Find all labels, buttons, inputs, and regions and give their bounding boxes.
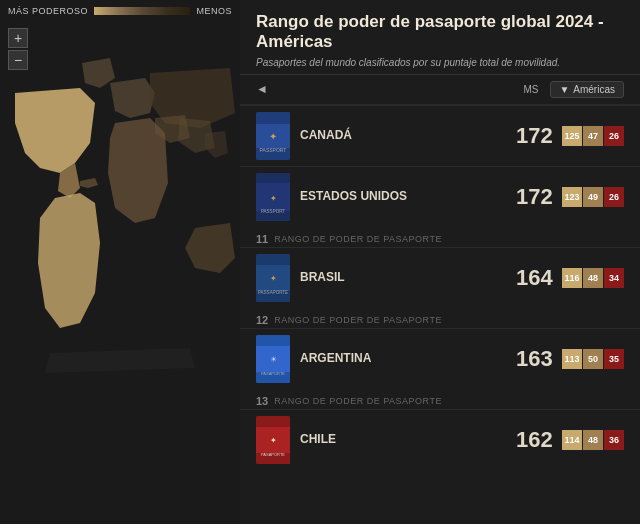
rank-section-12-header: 12 RANGO DE PODER DE PASAPORTE xyxy=(240,308,640,328)
country-name-argentina: ARGENTINA xyxy=(300,351,500,365)
ms-label: MS xyxy=(523,84,538,95)
zoom-controls[interactable]: + − xyxy=(8,28,28,70)
bar-brasil: 116 48 34 xyxy=(562,268,624,288)
bar-mid-brasil: 48 xyxy=(583,268,603,288)
bar-main-brasil: 116 xyxy=(562,268,582,288)
legend-more-label: MÁS PODEROSO xyxy=(8,6,88,16)
passport-details-canada: CANADÁ xyxy=(300,128,500,144)
total-score-chile: 162 xyxy=(516,427,556,453)
svg-text:✦: ✦ xyxy=(269,131,277,142)
rank-section-1: ✦ PASSPORT CANADÁ 172 125 47 26 xyxy=(240,105,640,227)
bar-mid-usa: 49 xyxy=(583,187,603,207)
zoom-in-button[interactable]: + xyxy=(8,28,28,48)
bar-end-canada: 26 xyxy=(604,126,624,146)
passport-details-chile: CHILE xyxy=(300,432,500,448)
svg-text:PASSPORT: PASSPORT xyxy=(260,147,287,153)
country-name-brasil: BRASIL xyxy=(300,270,500,284)
passport-image-argentina: ☀ PASAPORTE xyxy=(256,335,290,383)
bar-mid-argentina: 50 xyxy=(583,349,603,369)
rank-number-12: 12 xyxy=(256,314,268,326)
legend-gradient xyxy=(94,7,190,15)
svg-text:PASSPORT: PASSPORT xyxy=(261,209,285,214)
total-score-argentina: 163 xyxy=(516,346,556,372)
bar-main-usa: 123 xyxy=(562,187,582,207)
bar-chile: 114 48 36 xyxy=(562,430,624,450)
passport-row-brasil: ✦ PASSAPORTE BRASIL 164 116 48 34 xyxy=(240,247,640,308)
passport-image-chile: ✦ PASAPORTE xyxy=(256,416,290,464)
bar-main-argentina: 113 xyxy=(562,349,582,369)
page-subtitle: Pasaportes del mundo clasificados por su… xyxy=(256,57,624,68)
legend-bar: MÁS PODEROSO MENOS xyxy=(0,0,240,22)
bar-end-usa: 26 xyxy=(604,187,624,207)
rank-label-13: RANGO DE PODER DE PASAPORTE xyxy=(274,396,442,406)
svg-text:✦: ✦ xyxy=(270,274,277,283)
passport-row-argentina: ☀ PASAPORTE ARGENTINA 163 113 50 35 xyxy=(240,328,640,389)
bar-mid-canada: 47 xyxy=(583,126,603,146)
page-title: Rango de poder de pasaporte global 2024 … xyxy=(256,12,624,53)
bar-argentina: 113 50 35 xyxy=(562,349,624,369)
header: Rango de poder de pasaporte global 2024 … xyxy=(240,0,640,75)
bar-main-chile: 114 xyxy=(562,430,582,450)
bar-usa: 123 49 26 xyxy=(562,187,624,207)
rank-number-11: 11 xyxy=(256,233,268,245)
country-name-usa: ESTADOS UNIDOS xyxy=(300,189,500,203)
rank-section-13-header: 13 RANGO DE PODER DE PASAPORTE xyxy=(240,389,640,409)
score-row-canada: 172 125 47 26 xyxy=(516,123,624,149)
filter-button[interactable]: ▼ Américas xyxy=(550,81,624,98)
passport-image-canada: ✦ PASSPORT xyxy=(256,112,290,160)
total-score-brasil: 164 xyxy=(516,265,556,291)
map-panel: MÁS PODEROSO MENOS + − xyxy=(0,0,240,524)
passport-image-brasil: ✦ PASSAPORTE xyxy=(256,254,290,302)
passport-details-usa: ESTADOS UNIDOS xyxy=(300,189,500,205)
bar-main-canada: 125 xyxy=(562,126,582,146)
bar-canada: 125 47 26 xyxy=(562,126,624,146)
toolbar: ◄ MS ▼ Américas xyxy=(240,75,640,105)
svg-text:PASAPORTE: PASAPORTE xyxy=(261,371,285,376)
bar-mid-chile: 48 xyxy=(583,430,603,450)
score-row-usa: 172 123 49 26 xyxy=(516,184,624,210)
total-score-usa: 172 xyxy=(516,184,556,210)
filter-label: Américas xyxy=(573,84,615,95)
rank-section-11-header: 11 RANGO DE PODER DE PASAPORTE xyxy=(240,227,640,247)
svg-text:PASAPORTE: PASAPORTE xyxy=(261,452,285,457)
svg-text:☀: ☀ xyxy=(270,355,277,364)
svg-text:PASSAPORTE: PASSAPORTE xyxy=(258,290,288,295)
bar-end-argentina: 35 xyxy=(604,349,624,369)
filter-icon: ▼ xyxy=(559,84,569,95)
score-row-argentina: 163 113 50 35 xyxy=(516,346,624,372)
total-score-canada: 172 xyxy=(516,123,556,149)
svg-text:✦: ✦ xyxy=(270,194,277,203)
world-map xyxy=(0,22,240,524)
passport-details-argentina: ARGENTINA xyxy=(300,351,500,367)
score-row-chile: 162 114 48 36 xyxy=(516,427,624,453)
passport-details-brasil: BRASIL xyxy=(300,270,500,286)
passport-row-canada: ✦ PASSPORT CANADÁ 172 125 47 26 xyxy=(240,105,640,166)
rank-label-11: RANGO DE PODER DE PASAPORTE xyxy=(274,234,442,244)
score-row-brasil: 164 116 48 34 xyxy=(516,265,624,291)
country-name-canada: CANADÁ xyxy=(300,128,500,142)
passport-image-usa: ✦ PASSPORT xyxy=(256,173,290,221)
legend-less-label: MENOS xyxy=(196,6,232,16)
right-panel: Rango de poder de pasaporte global 2024 … xyxy=(240,0,640,524)
svg-text:✦: ✦ xyxy=(270,436,277,445)
map-svg xyxy=(0,22,240,524)
rank-number-13: 13 xyxy=(256,395,268,407)
zoom-out-button[interactable]: − xyxy=(8,50,28,70)
back-button[interactable]: ◄ xyxy=(256,82,268,96)
rank-label-12: RANGO DE PODER DE PASAPORTE xyxy=(274,315,442,325)
bar-end-brasil: 34 xyxy=(604,268,624,288)
passport-row-usa: ✦ PASSPORT ESTADOS UNIDOS 172 123 49 26 xyxy=(240,166,640,227)
bar-end-chile: 36 xyxy=(604,430,624,450)
country-name-chile: CHILE xyxy=(300,432,500,446)
passport-row-chile: ✦ PASAPORTE CHILE 162 114 48 36 xyxy=(240,409,640,470)
